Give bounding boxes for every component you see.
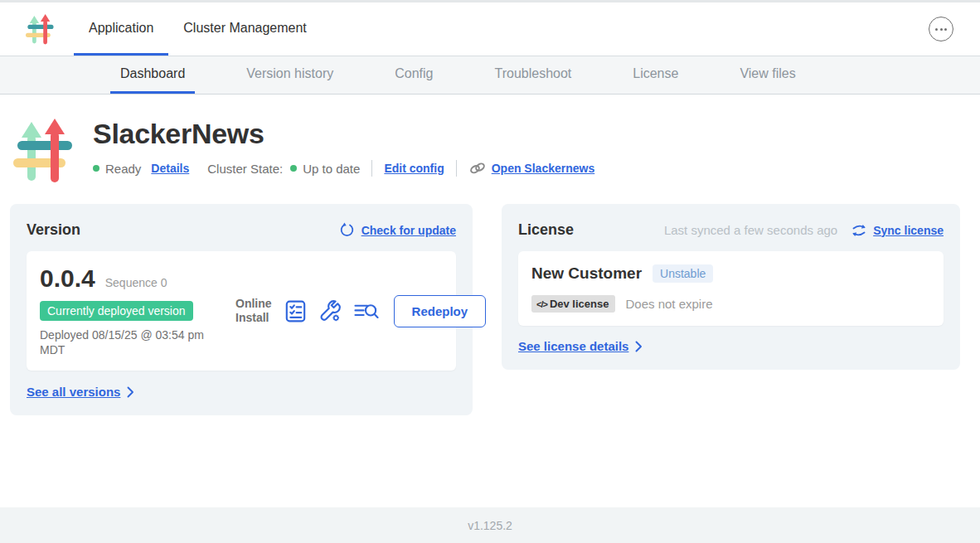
ellipsis-icon bbox=[935, 28, 938, 31]
cluster-state: Cluster State: Up to date bbox=[207, 162, 360, 176]
tab-view-files[interactable]: View files bbox=[730, 56, 805, 94]
tab-config[interactable]: Config bbox=[385, 56, 443, 94]
sync-icon bbox=[851, 223, 867, 238]
sync-license-link[interactable]: Sync license bbox=[851, 223, 944, 238]
chevron-right-icon bbox=[127, 386, 134, 398]
current-version-panel: 0.0.4 Sequence 0 Currently deployed vers… bbox=[27, 251, 456, 371]
see-all-versions-link[interactable]: See all versions bbox=[27, 385, 456, 399]
license-type-badge: </> Dev license bbox=[531, 295, 615, 313]
app-hero: SlackerNews Ready Details Cluster State:… bbox=[0, 95, 980, 184]
status-bar: Ready Details Cluster State: Up to date … bbox=[93, 160, 594, 177]
license-type-label: Dev license bbox=[550, 298, 609, 310]
tab-troubleshoot[interactable]: Troubleshoot bbox=[484, 56, 581, 94]
deployed-status-badge: Currently deployed version bbox=[40, 301, 193, 321]
cluster-state-dot bbox=[290, 165, 297, 172]
customer-name: New Customer bbox=[531, 264, 642, 283]
page-title: SlackerNews bbox=[93, 118, 594, 150]
config-wrench-gear-icon[interactable] bbox=[319, 300, 342, 322]
license-summary-panel: New Customer Unstable </> Dev license Do… bbox=[518, 251, 944, 326]
tab-application-label: Application bbox=[89, 21, 153, 36]
more-options-button[interactable] bbox=[929, 17, 953, 41]
see-license-details-link[interactable]: See license details bbox=[518, 339, 944, 353]
see-license-details-label: See license details bbox=[518, 339, 628, 353]
app-footer: v1.125.2 bbox=[0, 507, 980, 543]
tab-application[interactable]: Application bbox=[74, 2, 168, 56]
chain-link-icon bbox=[468, 162, 487, 175]
preflight-checks-icon[interactable] bbox=[284, 300, 307, 322]
check-for-update-label: Check for update bbox=[361, 224, 456, 237]
app-status-label: Ready bbox=[105, 162, 141, 176]
refresh-icon bbox=[339, 222, 355, 238]
dashboard-cards: Version Check for update 0.0.4 Sequence … bbox=[0, 184, 980, 415]
tab-license[interactable]: License bbox=[623, 56, 688, 94]
redeploy-button[interactable]: Redeploy bbox=[394, 295, 487, 327]
app-header: Application Cluster Management bbox=[0, 2, 980, 56]
channel-badge: Unstable bbox=[653, 264, 713, 283]
app-subnav: Dashboard Version history Config Trouble… bbox=[0, 56, 980, 95]
last-synced-label: Last synced a few seconds ago bbox=[664, 223, 837, 237]
sequence-label: Sequence 0 bbox=[105, 276, 167, 289]
code-icon: </> bbox=[536, 299, 547, 309]
open-app-label: Open Slackernews bbox=[492, 162, 595, 175]
deployed-timestamp: Deployed 08/15/25 @ 03:54 pm MDT bbox=[40, 328, 226, 357]
license-card-title: License bbox=[518, 221, 574, 239]
divider bbox=[371, 160, 372, 177]
details-link[interactable]: Details bbox=[151, 162, 189, 175]
top-nav: Application Cluster Management bbox=[74, 2, 322, 56]
slackernews-logo-icon bbox=[26, 13, 54, 45]
view-logs-icon[interactable] bbox=[354, 300, 379, 322]
app-logo-icon bbox=[13, 116, 73, 184]
tab-version-history[interactable]: Version history bbox=[236, 56, 343, 94]
divider bbox=[456, 160, 457, 177]
license-card: License Last synced a few seconds ago Sy… bbox=[502, 204, 960, 370]
open-app-link[interactable]: Open Slackernews bbox=[468, 162, 595, 175]
sync-license-label: Sync license bbox=[873, 224, 944, 237]
version-card-title: Version bbox=[27, 221, 80, 239]
install-type-label: Online Install bbox=[235, 297, 272, 325]
version-card: Version Check for update 0.0.4 Sequence … bbox=[10, 204, 473, 415]
tab-cluster-management[interactable]: Cluster Management bbox=[168, 2, 322, 56]
license-expiry: Does not expire bbox=[625, 297, 712, 311]
cluster-state-label: Cluster State: bbox=[207, 162, 283, 176]
see-all-versions-label: See all versions bbox=[27, 385, 120, 399]
version-number: 0.0.4 bbox=[40, 264, 95, 293]
tab-cluster-management-label: Cluster Management bbox=[183, 21, 307, 36]
edit-config-link[interactable]: Edit config bbox=[384, 162, 444, 175]
console-version: v1.125.2 bbox=[468, 519, 512, 532]
cluster-state-value: Up to date bbox=[303, 162, 360, 176]
check-for-update[interactable]: Check for update bbox=[339, 222, 456, 238]
chevron-right-icon bbox=[635, 341, 643, 352]
app-status-dot bbox=[93, 165, 99, 172]
tab-dashboard[interactable]: Dashboard bbox=[110, 56, 195, 94]
